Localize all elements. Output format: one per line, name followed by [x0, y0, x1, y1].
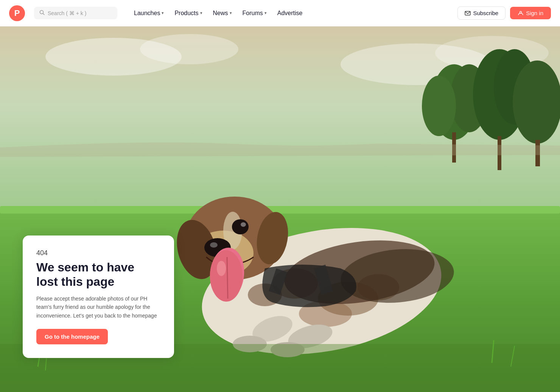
error-card: 404 We seem to have lost this page Pleas…	[23, 236, 174, 358]
chevron-down-icon: ▾	[200, 11, 202, 15]
header-actions: Subscribe Sign in	[457, 6, 551, 20]
svg-point-35	[232, 219, 249, 234]
svg-point-38	[210, 250, 243, 302]
search-bar[interactable]: Search ( ⌘ + k )	[34, 7, 117, 19]
svg-point-11	[422, 76, 456, 136]
error-title: We seem to have lost this page	[36, 260, 160, 289]
error-code: 404	[36, 249, 160, 257]
signin-icon	[518, 10, 524, 16]
svg-line-1	[43, 14, 45, 15]
search-placeholder-text: Search ( ⌘ + k )	[48, 10, 86, 16]
svg-point-6	[140, 34, 238, 64]
chevron-down-icon: ▾	[230, 11, 232, 15]
nav-forums[interactable]: Forums ▾	[238, 7, 271, 20]
main-nav: Launches ▾ Products ▾ News ▾ Forums ▾ Ad…	[129, 7, 451, 20]
logo[interactable]: P	[9, 5, 25, 21]
nav-advertise[interactable]: Advertise	[273, 7, 307, 20]
svg-point-40	[217, 261, 226, 276]
error-description: Please accept these adorable photos of o…	[36, 294, 160, 320]
search-icon	[39, 10, 45, 16]
nav-products[interactable]: Products ▾	[170, 7, 207, 20]
header: P Search ( ⌘ + k ) Launches ▾ Products ▾…	[0, 0, 560, 26]
chevron-down-icon: ▾	[162, 11, 164, 15]
signin-button[interactable]: Sign in	[510, 7, 551, 19]
subscribe-button[interactable]: Subscribe	[457, 6, 506, 20]
nav-news[interactable]: News ▾	[208, 7, 236, 20]
svg-point-34	[210, 242, 218, 248]
svg-point-16	[513, 60, 560, 144]
svg-point-36	[241, 222, 246, 227]
svg-point-3	[520, 11, 522, 13]
go-to-homepage-button[interactable]: Go to the homepage	[36, 329, 108, 344]
nav-launches[interactable]: Launches ▾	[129, 7, 168, 20]
chevron-down-icon: ▾	[264, 11, 267, 15]
svg-rect-19	[0, 206, 560, 214]
svg-line-39	[227, 257, 228, 299]
logo-mark: P	[9, 5, 25, 21]
email-icon	[465, 10, 471, 16]
